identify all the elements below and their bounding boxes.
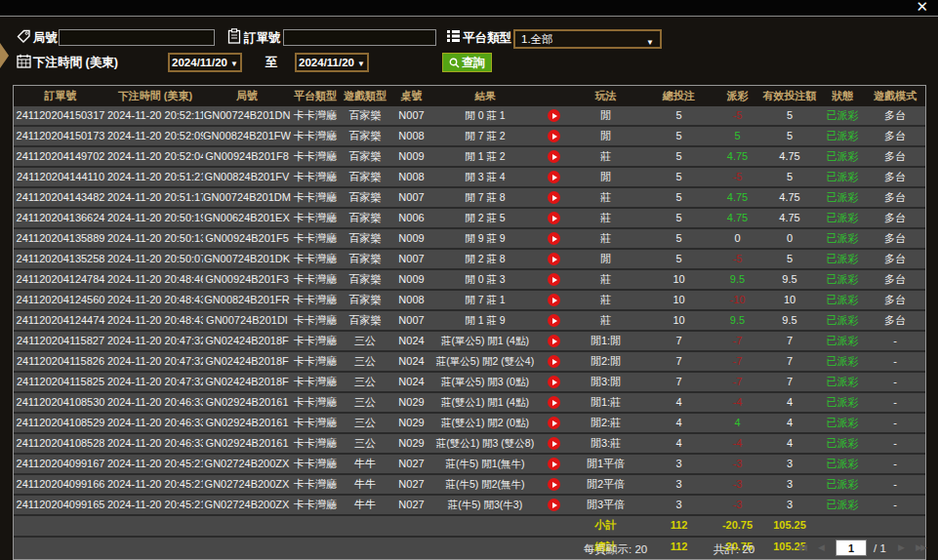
cell-total-bet: 7	[642, 373, 715, 391]
cell-game-type: 百家樂	[340, 311, 390, 330]
table-row: 2411202041158252024-11-20 20:47:32GN0242…	[14, 373, 925, 393]
cell-status: 已派彩	[820, 229, 865, 248]
round-no-input[interactable]	[59, 29, 215, 46]
play-video-icon[interactable]	[548, 417, 560, 429]
cell-result: 莊(牛5) 閒3(牛3)	[432, 496, 538, 514]
play-video-icon[interactable]	[548, 150, 560, 163]
play-video-icon[interactable]	[548, 396, 560, 409]
cell-order-no: 241120204108528	[14, 434, 107, 453]
bet-records-table: 訂單號下注時間 (美東)局號平台類型遊戲類型桌號結果玩法總投注派彩有效投注額狀態…	[13, 85, 926, 560]
cell-platform-type: 卡卡灣廳	[291, 188, 340, 207]
cell-payout: -4	[715, 434, 759, 453]
play-video-icon[interactable]	[548, 171, 560, 183]
last-page-icon[interactable]: ▶▶	[916, 542, 925, 552]
cell-round-no: GN02424B2018F	[203, 352, 291, 371]
header-bet-time: 下注時間 (美東)	[107, 86, 203, 106]
betting-records-panel: ✕ 局號 訂單號 平台類型 1.全部 ▼ 下注時間 (美東) 2024/11/2…	[0, 0, 938, 560]
cell-order-no: 241120204150317	[14, 106, 107, 125]
play-video-icon[interactable]	[548, 109, 560, 122]
total-count-text: 共計: 20	[714, 542, 754, 557]
play-video-icon[interactable]	[548, 335, 560, 347]
play-video-icon[interactable]	[548, 314, 560, 327]
cell-game-mode: 多台	[865, 188, 925, 207]
cell-play	[538, 229, 569, 248]
cell-table-no: N027	[390, 496, 432, 514]
play-video-icon[interactable]	[548, 458, 560, 470]
cell-table-no: N008	[390, 127, 432, 145]
play-video-icon[interactable]	[548, 499, 560, 511]
cell-order-no: 241120204124560	[14, 291, 107, 309]
cell-status: 已派彩	[820, 291, 865, 309]
cell-table-no: N007	[390, 106, 432, 125]
cell-order-no: 241120204115826	[14, 352, 107, 371]
cell-platform-type: 卡卡灣廳	[291, 352, 340, 371]
play-video-icon[interactable]	[548, 253, 560, 265]
chevron-down-icon: ▼	[646, 35, 654, 51]
cell-order-no: 241120204135889	[14, 229, 107, 248]
subtotal-game-mode	[865, 516, 925, 536]
tag-icon	[17, 29, 31, 44]
date-from-picker[interactable]: 2024/11/20▼	[168, 53, 242, 72]
table-row: 2411202041158272024-11-20 20:47:32GN0242…	[14, 332, 925, 352]
cell-result: 莊(牛5) 閒1(無牛)	[432, 455, 538, 473]
cell-play-method: 閒2平倍	[569, 475, 642, 494]
first-page-icon[interactable]: ◀◀	[795, 542, 805, 552]
cell-payout: 9.5	[715, 311, 759, 330]
date-from-value: 2024/11/20	[172, 57, 227, 68]
prev-page-icon[interactable]: ◀	[818, 542, 823, 552]
cell-play	[538, 270, 569, 289]
subtotal-platform-type	[291, 516, 340, 536]
close-icon[interactable]: ✕	[916, 0, 928, 16]
cell-total-bet: 5	[642, 188, 715, 207]
table-row: 2411202041497022024-11-20 20:52:04GN0092…	[14, 147, 925, 168]
play-video-icon[interactable]	[548, 212, 560, 224]
cell-round-no: GN00924B201F5	[203, 229, 291, 248]
cell-result: 閒 0 莊 3	[432, 270, 538, 289]
cell-result: 閒 7 莊 2	[432, 127, 538, 145]
play-video-icon[interactable]	[548, 294, 560, 306]
pagination-bar: 每頁顯示: 20 共計: 20 ◀◀ ◀ / 1 ▶ ▶▶	[0, 537, 938, 560]
cell-order-no: 241120204136624	[14, 209, 107, 227]
cell-round-no: GN00824B201FV	[203, 168, 291, 186]
date-range-to-label: 至	[265, 55, 278, 71]
header-order-no: 訂單號	[14, 86, 107, 106]
play-video-icon[interactable]	[548, 273, 560, 286]
search-button[interactable]: 查詢	[442, 53, 492, 72]
cell-bet-time: 2024-11-20 20:50:07	[107, 250, 203, 268]
date-to-value: 2024/11/20	[299, 57, 354, 68]
play-video-icon[interactable]	[548, 376, 560, 388]
drawer-handle-icon[interactable]	[0, 43, 9, 68]
cell-play-method: 閒2:莊	[569, 414, 642, 432]
play-video-icon[interactable]	[548, 355, 560, 368]
play-video-icon[interactable]	[548, 130, 560, 142]
subtotal-table-no	[390, 516, 432, 536]
page-number-input[interactable]	[836, 540, 867, 556]
cell-valid-bet: 5	[759, 127, 820, 145]
play-video-icon[interactable]	[548, 437, 560, 450]
cell-status: 已派彩	[820, 311, 865, 330]
cell-game-type: 百家樂	[340, 229, 390, 248]
play-video-icon[interactable]	[548, 232, 560, 245]
order-no-input[interactable]	[283, 29, 436, 46]
cell-platform-type: 卡卡灣廳	[291, 229, 340, 248]
cell-play-method: 閒3:閒	[569, 373, 642, 391]
page-total-text: / 1	[874, 542, 886, 554]
date-to-picker[interactable]: 2024/11/20▼	[295, 53, 369, 72]
bet-time-label: 下注時間 (美東)	[33, 55, 118, 71]
cell-total-bet: 10	[642, 311, 715, 330]
play-video-icon[interactable]	[548, 191, 560, 204]
platform-type-select[interactable]: 1.全部 ▼	[513, 29, 662, 49]
cell-status: 已派彩	[820, 434, 865, 453]
cell-valid-bet: 9.5	[759, 311, 820, 330]
cell-bet-time: 2024-11-20 20:47:32	[107, 373, 203, 391]
header-payout: 派彩	[715, 86, 759, 106]
cell-total-bet: 5	[642, 229, 715, 248]
cell-game-mode: 多台	[865, 270, 925, 289]
next-page-icon[interactable]: ▶	[898, 542, 903, 552]
play-video-icon[interactable]	[548, 478, 560, 491]
cell-total-bet: 7	[642, 352, 715, 371]
cell-status: 已派彩	[820, 106, 865, 125]
cell-bet-time: 2024-11-20 20:50:13	[107, 229, 203, 248]
table-row: 2411202041085302024-11-20 20:46:33GN0292…	[14, 393, 925, 414]
table-row: 2411202040991652024-11-20 20:45:21GN0272…	[14, 496, 925, 516]
